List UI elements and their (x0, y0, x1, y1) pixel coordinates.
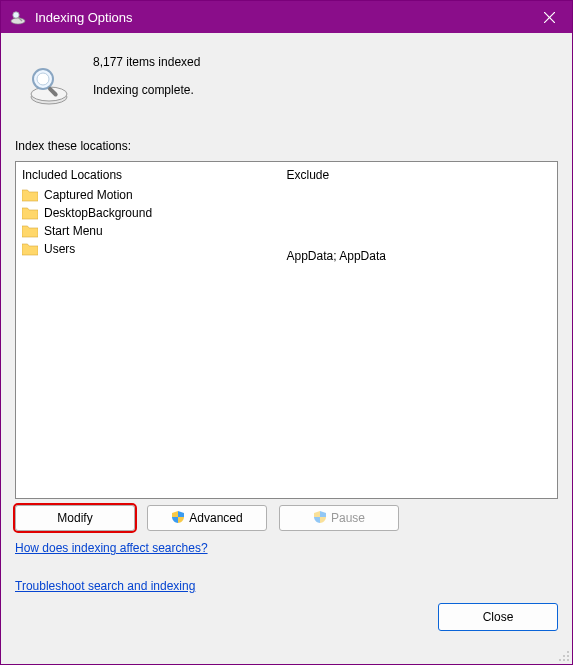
svg-point-15 (567, 659, 569, 661)
svg-point-12 (567, 655, 569, 657)
button-row: Modify Advanced (15, 505, 558, 531)
close-button[interactable]: Close (438, 603, 558, 631)
locations-body: Captured Motion DesktopBackground Start … (16, 186, 557, 498)
indexing-options-window: Indexing Options 8,177 items indexed (0, 0, 573, 665)
exclude-cell (287, 226, 552, 246)
indexing-state: Indexing complete. (93, 83, 200, 97)
close-icon (544, 12, 555, 23)
svg-point-11 (563, 655, 565, 657)
magnifier-drive-icon (25, 61, 73, 109)
folder-icon (22, 224, 38, 238)
button-label: Pause (331, 511, 365, 525)
shield-icon (313, 510, 327, 527)
locations-label: Index these locations: (15, 139, 558, 153)
bottom-row: Close (15, 603, 558, 631)
list-item-label: Captured Motion (44, 188, 133, 202)
svg-point-8 (37, 73, 49, 85)
exclude-list: AppData; AppData (287, 186, 552, 498)
status-text: 8,177 items indexed Indexing complete. (93, 49, 200, 111)
how-indexing-link[interactable]: How does indexing affect searches? (15, 541, 558, 555)
list-item[interactable]: Users (22, 240, 287, 258)
svg-point-14 (563, 659, 565, 661)
locations-header: Included Locations Exclude (16, 162, 557, 186)
svg-point-10 (567, 651, 569, 653)
folder-icon (22, 188, 38, 202)
modify-button[interactable]: Modify (15, 505, 135, 531)
list-item-label: Start Menu (44, 224, 103, 238)
svg-point-1 (13, 12, 19, 18)
pause-button: Pause (279, 505, 399, 531)
resize-grip[interactable] (558, 650, 570, 662)
content-area: 8,177 items indexed Indexing complete. I… (1, 33, 572, 664)
svg-point-0 (11, 18, 25, 24)
button-label: Modify (57, 511, 92, 525)
shield-icon (171, 510, 185, 527)
svg-point-13 (559, 659, 561, 661)
included-locations-list: Captured Motion DesktopBackground Start … (22, 186, 287, 498)
button-label: Close (483, 610, 514, 624)
titlebar: Indexing Options (1, 1, 572, 33)
exclude-cell: AppData; AppData (287, 246, 552, 266)
folder-icon (22, 206, 38, 220)
list-item-label: DesktopBackground (44, 206, 152, 220)
list-item[interactable]: Captured Motion (22, 186, 287, 204)
locations-listbox[interactable]: Included Locations Exclude Captured Moti… (15, 161, 558, 499)
list-item[interactable]: DesktopBackground (22, 204, 287, 222)
folder-icon (22, 242, 38, 256)
column-header-included[interactable]: Included Locations (22, 168, 287, 182)
exclude-cell (287, 206, 552, 226)
button-label: Advanced (189, 511, 242, 525)
advanced-button[interactable]: Advanced (147, 505, 267, 531)
exclude-cell (287, 186, 552, 206)
indexed-count: 8,177 items indexed (93, 55, 200, 69)
list-item-label: Users (44, 242, 75, 256)
status-row: 8,177 items indexed Indexing complete. (15, 49, 558, 111)
close-window-button[interactable] (527, 1, 572, 33)
window-title: Indexing Options (35, 10, 527, 25)
indexing-app-icon (9, 8, 27, 26)
troubleshoot-link[interactable]: Troubleshoot search and indexing (15, 579, 558, 593)
list-item[interactable]: Start Menu (22, 222, 287, 240)
column-header-exclude[interactable]: Exclude (287, 168, 552, 182)
